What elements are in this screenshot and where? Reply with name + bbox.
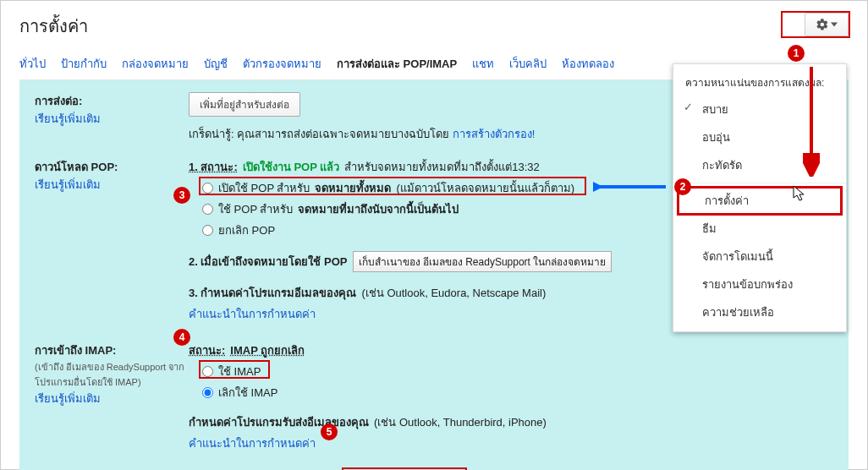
- imap-radio-enable[interactable]: [202, 366, 213, 377]
- pop-status-tail: สำหรับจดหมายทั้งหมดที่มาถึงตั้งแต่13:32: [344, 158, 540, 176]
- pop-status-value: เปิดใช้งาน POP แล้ว: [243, 158, 339, 176]
- forwarding-heading: การส่งต่อ:: [35, 92, 189, 110]
- tab-chat[interactable]: แชท: [472, 55, 494, 79]
- dropdown-settings[interactable]: การตั้งค่า: [677, 186, 843, 216]
- imap-opt2: เลิกใช้ IMAP: [218, 384, 277, 402]
- pop-opt2-bold: จดหมายที่มาถึงนับจากนี้เป็นต้นไป: [298, 200, 459, 218]
- pop-heading: ดาวน์โหลด POP:: [35, 158, 189, 176]
- step-badge-1: 1: [788, 45, 805, 62]
- density-compact[interactable]: กะทัดรัด: [673, 151, 846, 179]
- step-badge-4: 4: [173, 329, 190, 346]
- imap-subnote: (เข้าถึง อีเมลของ ReadySupport จากโปรแกร…: [35, 359, 189, 390]
- add-forwarding-button[interactable]: เพิ่มที่อยู่สำหรับส่งต่อ: [189, 92, 300, 117]
- step-badge-5: 5: [321, 424, 338, 440]
- forwarding-learn-more-link[interactable]: เรียนรู้เพิ่มเติม: [35, 112, 101, 125]
- tab-pop-imap[interactable]: การส่งต่อและ POP/IMAP: [337, 55, 457, 79]
- imap-config-link[interactable]: คำแนะนำในการกำหนดค่า: [189, 434, 316, 452]
- dropdown-themes[interactable]: ธีม: [673, 215, 846, 243]
- dropdown-density-header: ความหนาแน่นของการแสดงผล:: [673, 69, 846, 96]
- dropdown-manage-domain[interactable]: จัดการโดเมนนี้: [673, 243, 846, 271]
- page-title: การตั้งค่า: [19, 13, 88, 40]
- pop-opt1-bold: จดหมายทั้งหมด: [315, 179, 391, 197]
- annotation-arrow-blue: [593, 178, 669, 195]
- tab-accounts[interactable]: บัญชี: [204, 55, 228, 79]
- tab-general[interactable]: ทั่วไป: [19, 55, 46, 79]
- tab-labels[interactable]: ป้ายกำกับ: [61, 55, 107, 79]
- pop-radio-all[interactable]: [202, 183, 213, 194]
- gear-button[interactable]: [805, 13, 849, 36]
- pop-opt1-pre: เปิดใช้ POP สำหรับ: [218, 179, 310, 197]
- density-cozy[interactable]: อบอุ่น: [673, 123, 846, 151]
- pop-action-select[interactable]: เก็บสำเนาของ อีเมลของ ReadySupport ในกล่…: [353, 251, 613, 272]
- density-comfortable[interactable]: สบาย: [673, 96, 846, 123]
- imap-opt1: ใช้ IMAP: [218, 363, 261, 380]
- dropdown-help[interactable]: ความช่วยเหลือ: [673, 298, 846, 326]
- gear-icon: [816, 18, 829, 31]
- dropdown-report-bug[interactable]: รายงานข้อบกพร่อง: [673, 271, 846, 298]
- pop-step3-label: 3. กำหนดค่าโปรแกรมอีเมลของคุณ: [189, 284, 356, 302]
- tab-filters[interactable]: ตัวกรองจดหมาย: [243, 55, 321, 79]
- pop-opt1-tail: (แม้ดาวน์โหลดจดหมายนั้นแล้วก็ตาม): [396, 179, 574, 197]
- create-filter-link[interactable]: การสร้างตัวกรอง!: [453, 128, 536, 140]
- imap-heading: การเข้าถึง IMAP:: [35, 342, 189, 359]
- step-badge-3: 3: [173, 187, 190, 204]
- cursor-icon: [793, 185, 806, 202]
- pop-step2-label: 2. เมื่อเข้าถึงจดหมายโดยใช้ POP: [189, 253, 348, 271]
- step-badge-2: 2: [674, 178, 691, 195]
- tab-inbox[interactable]: กล่องจดหมาย: [122, 55, 189, 79]
- pop-radio-disable[interactable]: [202, 225, 213, 236]
- imap-config-tail: (เช่น Outlook, Thunderbird, iPhone): [374, 413, 547, 431]
- pop-learn-more-link[interactable]: เรียนรู้เพิ่มเติม: [35, 178, 101, 191]
- pop-opt2-pre: ใช้ POP สำหรับ: [218, 200, 293, 218]
- tab-webclips[interactable]: เว็บคลิป: [509, 55, 547, 79]
- annotation-arrow-red: [803, 67, 820, 177]
- settings-dropdown: ความหนาแน่นของการแสดงผล: สบาย อบอุ่น กะท…: [673, 63, 847, 332]
- imap-config-label: กำหนดค่าโปรแกรมรับส่งอีเมลของคุณ: [189, 413, 369, 431]
- pop-radio-new[interactable]: [202, 204, 213, 215]
- imap-status-value: IMAP ถูกยกเลิก: [230, 342, 305, 359]
- pop-status-label: 1. สถานะ:: [189, 158, 238, 176]
- tab-labs[interactable]: ห้องทดลอง: [562, 55, 614, 79]
- pop-step3-tail: (เช่น Outlook, Eudora, Netscape Mail): [361, 284, 546, 302]
- imap-learn-more-link[interactable]: เรียนรู้เพิ่มเติม: [35, 392, 101, 405]
- pop-config-link[interactable]: คำแนะนำในการกำหนดค่า: [189, 305, 316, 323]
- pop-opt3: ยกเลิก POP: [218, 221, 275, 239]
- imap-status-label: สถานะ:: [189, 342, 225, 359]
- chevron-down-icon: [831, 21, 838, 28]
- imap-radio-disable[interactable]: [202, 387, 213, 398]
